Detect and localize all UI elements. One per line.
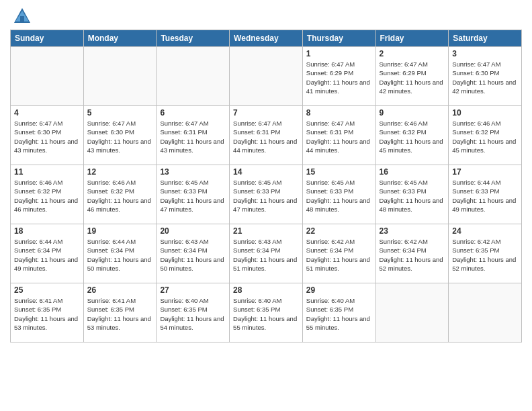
day-cell: 16Sunrise: 6:45 AM Sunset: 6:33 PM Dayli… [375,165,449,224]
weekday-header-wednesday: Wednesday [230,30,303,47]
day-number: 5 [87,108,153,118]
day-info: Sunrise: 6:41 AM Sunset: 6:35 PM Dayligh… [14,296,80,332]
day-info: Sunrise: 6:46 AM Sunset: 6:32 PM Dayligh… [380,119,445,154]
day-cell: 11Sunrise: 6:46 AM Sunset: 6:32 PM Dayli… [11,165,84,224]
day-info: Sunrise: 6:47 AM Sunset: 6:29 PM Dayligh… [306,60,372,95]
day-info: Sunrise: 6:47 AM Sunset: 6:29 PM Dayligh… [380,60,445,95]
logo-icon [13,7,32,26]
day-cell [11,47,84,106]
day-info: Sunrise: 6:43 AM Sunset: 6:34 PM Dayligh… [160,237,226,273]
day-info: Sunrise: 6:47 AM Sunset: 6:31 PM Dayligh… [160,119,226,154]
day-number: 10 [452,108,518,118]
day-number: 17 [452,167,518,177]
day-info: Sunrise: 6:46 AM Sunset: 6:32 PM Dayligh… [14,178,80,214]
svg-rect-2 [20,16,24,21]
weekday-header-tuesday: Tuesday [157,30,230,47]
day-number: 29 [306,285,372,295]
day-number: 11 [14,167,80,177]
day-cell: 26Sunrise: 6:41 AM Sunset: 6:35 PM Dayli… [83,283,157,342]
day-number: 28 [233,285,299,295]
day-number: 23 [380,226,445,236]
logo [10,7,32,26]
day-number: 1 [306,49,372,58]
day-cell: 9Sunrise: 6:46 AM Sunset: 6:32 PM Daylig… [375,106,449,165]
day-number: 2 [380,49,445,58]
day-cell: 17Sunrise: 6:44 AM Sunset: 6:33 PM Dayli… [449,165,522,224]
day-info: Sunrise: 6:40 AM Sunset: 6:35 PM Dayligh… [160,296,226,332]
week-row-1: 4Sunrise: 6:47 AM Sunset: 6:30 PM Daylig… [11,106,522,165]
day-cell: 14Sunrise: 6:45 AM Sunset: 6:33 PM Dayli… [230,165,303,224]
day-cell: 6Sunrise: 6:47 AM Sunset: 6:31 PM Daylig… [157,106,230,165]
day-number: 21 [233,226,299,236]
day-cell [375,283,449,342]
weekday-header-thursday: Thursday [302,30,375,47]
day-cell [230,47,303,106]
day-number: 8 [306,108,372,118]
day-info: Sunrise: 6:47 AM Sunset: 6:31 PM Dayligh… [306,119,372,154]
day-number: 25 [14,285,80,295]
day-number: 9 [380,108,445,118]
day-cell: 2Sunrise: 6:47 AM Sunset: 6:29 PM Daylig… [375,47,449,106]
day-cell: 23Sunrise: 6:42 AM Sunset: 6:34 PM Dayli… [375,224,449,283]
day-number: 14 [233,167,299,177]
day-cell: 3Sunrise: 6:47 AM Sunset: 6:30 PM Daylig… [449,47,522,106]
day-info: Sunrise: 6:43 AM Sunset: 6:34 PM Dayligh… [233,237,299,273]
weekday-header-saturday: Saturday [449,30,522,47]
week-row-3: 18Sunrise: 6:44 AM Sunset: 6:34 PM Dayli… [11,224,522,283]
day-info: Sunrise: 6:42 AM Sunset: 6:34 PM Dayligh… [306,237,372,273]
day-info: Sunrise: 6:44 AM Sunset: 6:34 PM Dayligh… [14,237,80,273]
day-cell: 7Sunrise: 6:47 AM Sunset: 6:31 PM Daylig… [230,106,303,165]
day-number: 6 [160,108,226,118]
day-cell [157,47,230,106]
day-cell: 22Sunrise: 6:42 AM Sunset: 6:34 PM Dayli… [302,224,375,283]
day-cell: 5Sunrise: 6:47 AM Sunset: 6:30 PM Daylig… [83,106,157,165]
day-info: Sunrise: 6:47 AM Sunset: 6:30 PM Dayligh… [87,119,153,154]
day-cell: 29Sunrise: 6:40 AM Sunset: 6:35 PM Dayli… [302,283,375,342]
day-number: 7 [233,108,299,118]
week-row-2: 11Sunrise: 6:46 AM Sunset: 6:32 PM Dayli… [11,165,522,224]
day-cell: 12Sunrise: 6:46 AM Sunset: 6:32 PM Dayli… [83,165,157,224]
day-info: Sunrise: 6:47 AM Sunset: 6:31 PM Dayligh… [233,119,299,154]
day-number: 4 [14,108,80,118]
day-number: 12 [87,167,153,177]
day-cell: 21Sunrise: 6:43 AM Sunset: 6:34 PM Dayli… [230,224,303,283]
day-cell: 4Sunrise: 6:47 AM Sunset: 6:30 PM Daylig… [11,106,84,165]
day-number: 27 [160,285,226,295]
week-row-0: 1Sunrise: 6:47 AM Sunset: 6:29 PM Daylig… [11,47,522,106]
day-cell: 25Sunrise: 6:41 AM Sunset: 6:35 PM Dayli… [11,283,84,342]
day-number: 24 [452,226,518,236]
day-number: 26 [87,285,153,295]
page: SundayMondayTuesdayWednesdayThursdayFrid… [0,0,532,411]
day-info: Sunrise: 6:45 AM Sunset: 6:33 PM Dayligh… [160,178,226,214]
weekday-header-row: SundayMondayTuesdayWednesdayThursdayFrid… [11,30,522,47]
weekday-header-sunday: Sunday [11,30,84,47]
day-number: 20 [160,226,226,236]
day-info: Sunrise: 6:44 AM Sunset: 6:34 PM Dayligh… [87,237,153,273]
day-cell: 1Sunrise: 6:47 AM Sunset: 6:29 PM Daylig… [302,47,375,106]
day-number: 16 [380,167,445,177]
day-info: Sunrise: 6:40 AM Sunset: 6:35 PM Dayligh… [306,296,372,332]
day-info: Sunrise: 6:45 AM Sunset: 6:33 PM Dayligh… [380,178,445,214]
day-cell: 28Sunrise: 6:40 AM Sunset: 6:35 PM Dayli… [230,283,303,342]
week-row-4: 25Sunrise: 6:41 AM Sunset: 6:35 PM Dayli… [11,283,522,342]
calendar: SundayMondayTuesdayWednesdayThursdayFrid… [10,30,522,342]
day-number: 13 [160,167,226,177]
day-cell [449,283,522,342]
day-number: 3 [452,49,518,58]
day-cell: 10Sunrise: 6:46 AM Sunset: 6:32 PM Dayli… [449,106,522,165]
day-info: Sunrise: 6:42 AM Sunset: 6:35 PM Dayligh… [452,237,518,273]
weekday-header-friday: Friday [375,30,449,47]
day-info: Sunrise: 6:45 AM Sunset: 6:33 PM Dayligh… [233,178,299,214]
day-cell: 27Sunrise: 6:40 AM Sunset: 6:35 PM Dayli… [157,283,230,342]
day-cell [83,47,157,106]
day-number: 22 [306,226,372,236]
day-number: 18 [14,226,80,236]
day-cell: 13Sunrise: 6:45 AM Sunset: 6:33 PM Dayli… [157,165,230,224]
day-info: Sunrise: 6:47 AM Sunset: 6:30 PM Dayligh… [452,60,518,95]
header [10,7,522,26]
day-cell: 24Sunrise: 6:42 AM Sunset: 6:35 PM Dayli… [449,224,522,283]
day-info: Sunrise: 6:44 AM Sunset: 6:33 PM Dayligh… [452,178,518,214]
day-info: Sunrise: 6:42 AM Sunset: 6:34 PM Dayligh… [380,237,445,273]
day-cell: 19Sunrise: 6:44 AM Sunset: 6:34 PM Dayli… [83,224,157,283]
weekday-header-monday: Monday [83,30,157,47]
